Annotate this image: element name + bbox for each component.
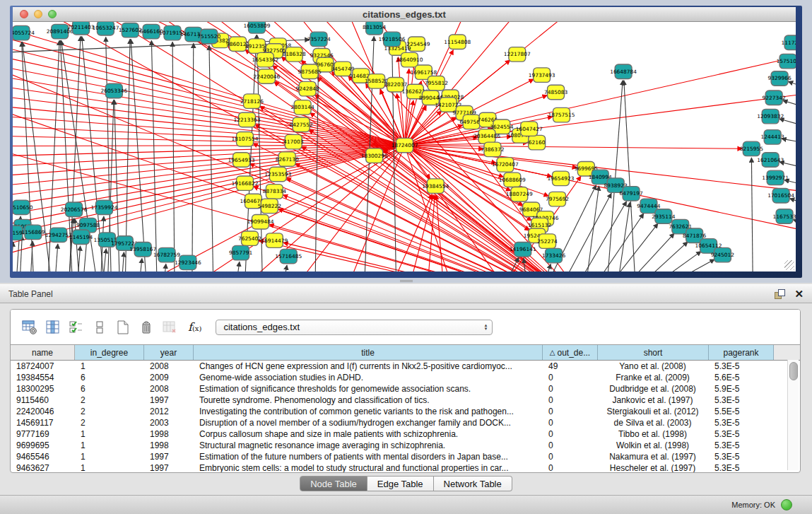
graph-node[interactable]: 1167533 bbox=[772, 209, 796, 223]
table-cell[interactable]: 2008 bbox=[144, 361, 194, 372]
table-cell[interactable]: 9115460 bbox=[11, 395, 75, 406]
table-cell[interactable]: 5.3E-5 bbox=[709, 361, 774, 372]
graph-node[interactable]: 9227342 bbox=[763, 90, 786, 105]
scrollbar-thumb[interactable] bbox=[789, 362, 798, 380]
table-cell[interactable]: Structural magnetic resonance image aver… bbox=[194, 440, 543, 451]
graph-node[interactable]: 9242848 bbox=[296, 81, 319, 95]
table-cell[interactable]: 1997 bbox=[144, 395, 194, 406]
table-cell[interactable]: 14569117 bbox=[11, 417, 75, 428]
table-cell[interactable]: 1998 bbox=[144, 440, 194, 451]
table-cell[interactable]: 5.3E-5 bbox=[709, 462, 774, 473]
table-cell[interactable]: 18724007 bbox=[11, 361, 75, 372]
table-cell[interactable]: 5.6E-5 bbox=[709, 372, 774, 383]
graph-node[interactable]: 17359924 bbox=[90, 200, 117, 214]
graph-node[interactable]: 8267130 bbox=[276, 152, 299, 166]
table-cell[interactable]: 9699695 bbox=[11, 440, 75, 451]
table-cell[interactable]: 18300295 bbox=[11, 383, 75, 395]
table-cell[interactable]: 2 bbox=[75, 417, 144, 428]
tab-node-table[interactable]: Node Table bbox=[300, 476, 367, 491]
window-resize-grip[interactable] bbox=[784, 260, 794, 270]
table-cell[interactable]: de Silva et al. (2003) bbox=[598, 417, 709, 428]
graph-node[interactable]: 8215955 bbox=[740, 141, 763, 156]
table-cell[interactable]: Hescheler et al. (1997) bbox=[598, 462, 709, 473]
graph-node[interactable]: 9329966 bbox=[768, 71, 792, 86]
table-cell[interactable]: 5.3E-5 bbox=[709, 451, 774, 462]
graph-node[interactable]: 1156869 bbox=[21, 225, 45, 239]
graph-node[interactable]: 9875685 bbox=[298, 64, 322, 78]
graph-node[interactable]: 2803144 bbox=[291, 100, 314, 115]
table-cell[interactable]: Tibbo et al. (1998) bbox=[598, 428, 709, 440]
column-header-pagerank[interactable]: pagerank bbox=[709, 345, 774, 360]
table-cell[interactable]: 2009 bbox=[144, 372, 194, 383]
graph-node[interactable]: 8878334 bbox=[263, 185, 286, 199]
graph-node[interactable]: 5498222 bbox=[258, 199, 281, 213]
graph-node[interactable]: 1527602 bbox=[119, 23, 142, 37]
network-canvas[interactable]: 1872400718300295193845547463822986012389… bbox=[13, 22, 796, 271]
table-cell[interactable]: Nakamura et al. (1997) bbox=[598, 451, 709, 462]
table-cell[interactable]: Estimation of significance thresholds fo… bbox=[194, 383, 543, 395]
graph-node[interactable]: 9857791 bbox=[229, 245, 252, 259]
window-titlebar[interactable]: citations_edges.txt bbox=[13, 7, 796, 22]
graph-node[interactable]: 7515520 bbox=[197, 29, 220, 43]
graph-node[interactable]: 16210643 bbox=[757, 153, 784, 167]
function-builder-icon[interactable]: f(x) bbox=[188, 320, 201, 334]
graph-node[interactable]: 18757515 bbox=[548, 107, 575, 122]
clear-selection-icon[interactable] bbox=[90, 318, 109, 337]
table-cell[interactable]: 0 bbox=[543, 383, 598, 395]
table-cell[interactable]: 22420046 bbox=[11, 406, 75, 417]
graph-node[interactable]: 12942757 bbox=[45, 228, 72, 242]
table-cell[interactable]: 5.3E-5 bbox=[709, 440, 774, 451]
table-cell[interactable]: 1997 bbox=[144, 462, 194, 473]
graph-node[interactable]: 16648784 bbox=[610, 64, 637, 78]
table-cell[interactable]: Disruption of a novel member of a sodium… bbox=[194, 417, 543, 428]
graph-node[interactable]: 7386372 bbox=[481, 142, 504, 156]
column-header-year[interactable]: year bbox=[144, 345, 194, 360]
table-cell[interactable]: Wolkin et al. (1998) bbox=[598, 440, 709, 451]
table-cell[interactable]: 9463627 bbox=[11, 462, 75, 473]
table-cell[interactable]: Embryonic stem cells: a model to study s… bbox=[194, 462, 543, 473]
graph-node[interactable]: 16053809 bbox=[243, 22, 270, 33]
table-cell[interactable]: 0 bbox=[543, 406, 598, 417]
table-cell[interactable]: 0 bbox=[543, 417, 598, 428]
graph-node[interactable]: 19654923 bbox=[548, 171, 575, 185]
graph-node[interactable]: 1145194 bbox=[69, 230, 93, 244]
graph-node[interactable]: 6479197 bbox=[619, 187, 642, 201]
table-selector-dropdown[interactable]: citations_edges.txt ▲▼ bbox=[216, 320, 493, 335]
graph-node[interactable]: 7485083 bbox=[544, 85, 567, 99]
tab-network-table[interactable]: Network Table bbox=[434, 476, 512, 491]
float-panel-icon[interactable] bbox=[775, 289, 784, 298]
graph-node[interactable]: 7357224 bbox=[307, 32, 330, 46]
column-header-in_degree[interactable]: in_degree bbox=[75, 345, 144, 360]
graph-node[interactable]: 8186328 bbox=[283, 47, 306, 62]
table-cell[interactable]: Stergiakouli et al. (2012) bbox=[598, 406, 709, 417]
graph-node[interactable]: 62160 bbox=[529, 135, 546, 149]
table-cell[interactable]: 0 bbox=[543, 462, 598, 473]
graph-node[interactable]: 14055724 bbox=[13, 25, 35, 40]
column-header-out_de[interactable]: △out_de... bbox=[543, 345, 598, 360]
table-cell[interactable]: Franke et al. (2009) bbox=[598, 372, 709, 383]
panel-resize-grip[interactable] bbox=[400, 279, 413, 283]
table-cell[interactable]: 9777169 bbox=[11, 428, 75, 440]
column-header-title[interactable]: title bbox=[194, 345, 543, 360]
table-cell[interactable]: 6 bbox=[75, 372, 144, 383]
table-cell[interactable]: Changes of HCN gene expression and I(f) … bbox=[194, 361, 543, 372]
graph-node[interactable]: 19166822 bbox=[232, 176, 259, 190]
table-cell[interactable]: Jankovic et al. (1997) bbox=[598, 395, 709, 406]
graph-node[interactable]: 16914479 bbox=[261, 233, 288, 247]
column-header-name[interactable]: name bbox=[11, 345, 75, 360]
close-panel-icon[interactable]: ✕ bbox=[794, 288, 804, 299]
graph-node[interactable]: 1733426 bbox=[542, 248, 565, 262]
graph-node[interactable]: 10653247 bbox=[92, 22, 119, 35]
table-cell[interactable]: 0 bbox=[543, 428, 598, 440]
graph-node[interactable]: 10688609 bbox=[499, 173, 526, 187]
table-cell[interactable]: 0 bbox=[543, 372, 598, 383]
table-cell[interactable]: 1 bbox=[75, 440, 144, 451]
graph-node[interactable]: 13992971 bbox=[762, 170, 789, 185]
tab-edge-table[interactable]: Edge Table bbox=[367, 476, 434, 491]
table-cell[interactable]: Tourette syndrome. Phenomenology and cla… bbox=[194, 395, 543, 406]
table-cell[interactable]: 5.3E-5 bbox=[709, 417, 774, 428]
table-cell[interactable]: 5.5E-5 bbox=[709, 406, 774, 417]
graph-node[interactable]: 15716485 bbox=[275, 249, 302, 263]
zoom-button[interactable] bbox=[48, 10, 57, 18]
graph-node[interactable]: 17016504 bbox=[767, 188, 794, 202]
